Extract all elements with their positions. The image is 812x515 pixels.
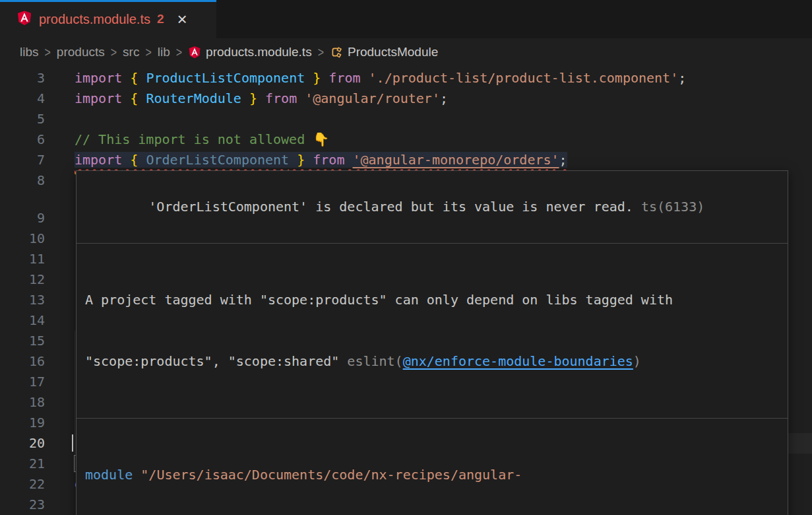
line-number[interactable]: 14 bbox=[0, 310, 45, 331]
line-content[interactable]: import { OrderListComponent } from '@ang… bbox=[75, 150, 812, 170]
code-line-3[interactable]: 3import { ProductListComponent } from '.… bbox=[0, 68, 812, 88]
vscode-window: products.module.ts 2 × libs>products>src… bbox=[0, 0, 812, 515]
angular-icon bbox=[188, 46, 201, 59]
code-token: ; bbox=[678, 70, 686, 86]
line-number[interactable]: 23 bbox=[0, 495, 45, 515]
code-token: 👇 bbox=[313, 131, 329, 147]
breadcrumb-item-lib[interactable]: lib bbox=[158, 45, 170, 59]
code-line-5[interactable]: 5 bbox=[0, 109, 812, 129]
code-token: ; bbox=[440, 90, 448, 106]
code-token: } bbox=[297, 152, 305, 168]
code-line-4[interactable]: 4import { RouterModule } from '@angular/… bbox=[0, 88, 812, 109]
code-token bbox=[138, 152, 146, 168]
code-token: import bbox=[75, 90, 122, 106]
hover-ts-diagnostic: 'OrderListComponent' is declared but its… bbox=[77, 171, 788, 243]
code-token: } bbox=[313, 70, 321, 86]
breadcrumb: libs>products>src>lib>products.module.ts… bbox=[0, 38, 812, 66]
error-squiggle-wrapper: import { OrderListComponent } from '@ang… bbox=[75, 152, 567, 168]
line-number[interactable]: 5 bbox=[0, 109, 45, 129]
code-token bbox=[241, 90, 249, 106]
code-token bbox=[321, 70, 328, 86]
eslint-rule-link[interactable]: @nx/enforce-module-boundaries bbox=[403, 353, 633, 369]
code-token bbox=[122, 70, 130, 86]
line-number[interactable]: 9 bbox=[0, 208, 45, 228]
warning-squiggle-wrapper: import { OrderListComponent } from '@ang… bbox=[75, 152, 567, 168]
module-keyword: module bbox=[85, 467, 133, 483]
eslint-message-line1: A project tagged with "scope:products" c… bbox=[85, 292, 673, 308]
line-number[interactable]: 19 bbox=[0, 413, 45, 433]
code-token: { bbox=[130, 152, 138, 168]
tab-products-module[interactable]: products.module.ts 2 × bbox=[0, 0, 216, 38]
line-number[interactable]: 3 bbox=[0, 68, 45, 88]
line-number[interactable]: 10 bbox=[0, 228, 45, 249]
tab-title: products.module.ts bbox=[39, 12, 150, 27]
code-token bbox=[138, 70, 146, 86]
code-token bbox=[122, 152, 130, 168]
line-number[interactable]: 12 bbox=[0, 269, 45, 290]
close-tab-icon[interactable]: × bbox=[177, 13, 187, 26]
line-number[interactable]: 20 bbox=[0, 433, 45, 454]
breadcrumb-label: libs bbox=[20, 45, 39, 59]
line-number[interactable]: 13 bbox=[0, 290, 45, 310]
hover-module-info: module "/Users/isaac/Documents/code/nx-r… bbox=[77, 419, 788, 515]
indent-guide bbox=[75, 331, 75, 351]
code-token bbox=[289, 152, 297, 168]
ts-error-source bbox=[633, 199, 641, 215]
line-number[interactable]: 4 bbox=[0, 88, 45, 109]
code-token: { bbox=[130, 70, 138, 86]
line-content[interactable]: import { RouterModule } from '@angular/r… bbox=[75, 88, 812, 109]
line-content[interactable]: // This import is not allowed 👇 bbox=[75, 129, 812, 150]
line-number[interactable]: 8 bbox=[0, 170, 45, 191]
code-token: { bbox=[130, 90, 138, 106]
code-token: OrderListComponent bbox=[146, 152, 289, 168]
line-number[interactable]: 6 bbox=[0, 129, 45, 150]
line-number[interactable]: 18 bbox=[0, 392, 45, 413]
line-content[interactable]: import { ProductListComponent } from './… bbox=[75, 68, 812, 88]
class-icon bbox=[330, 46, 343, 59]
code-line-6[interactable]: 6// This import is not allowed 👇 bbox=[0, 129, 812, 150]
breadcrumb-item-src[interactable]: src bbox=[123, 45, 139, 59]
code-token: from bbox=[328, 70, 360, 86]
breadcrumb-item-libs[interactable]: libs bbox=[20, 45, 39, 59]
code-token bbox=[344, 152, 352, 168]
code-token: // This import is not allowed bbox=[75, 131, 313, 147]
code-editor[interactable]: 3import { ProductListComponent } from '.… bbox=[0, 66, 812, 515]
code-token bbox=[138, 90, 146, 106]
angular-file-icon bbox=[16, 10, 32, 28]
breadcrumb-label: src bbox=[123, 45, 139, 59]
code-token: import bbox=[75, 70, 122, 86]
indent-guide bbox=[75, 392, 75, 413]
line-number[interactable]: 22 bbox=[0, 474, 45, 495]
breadcrumb-label: products.module.ts bbox=[206, 45, 312, 59]
breadcrumb-item-products-module-ts[interactable]: products.module.ts bbox=[188, 45, 312, 59]
breadcrumb-label: ProductsModule bbox=[348, 45, 438, 59]
code-token: ; bbox=[559, 152, 567, 168]
code-token: '@angular/router' bbox=[305, 90, 440, 106]
code-line-7[interactable]: 7import { OrderListComponent } from '@an… bbox=[0, 150, 812, 170]
module-path-line1: "/Users/isaac/Documents/code/nx-recipes/… bbox=[141, 467, 522, 483]
line-number[interactable]: 21 bbox=[0, 454, 45, 474]
eslint-message-line2: "scope:products", "scope:shared" bbox=[85, 353, 347, 369]
line-number[interactable]: 17 bbox=[0, 372, 45, 392]
breadcrumb-separator: > bbox=[176, 44, 182, 59]
code-token: '@angular-monorepo/orders' bbox=[353, 152, 559, 168]
breadcrumb-item-productsmodule[interactable]: ProductsModule bbox=[330, 45, 438, 59]
line-number[interactable]: 16 bbox=[0, 351, 45, 372]
code-token: './product-list/product-list.component' bbox=[369, 70, 679, 86]
tab-error-count-badge: 2 bbox=[157, 12, 164, 26]
breadcrumb-item-products[interactable]: products bbox=[57, 45, 105, 59]
code-token: from bbox=[313, 152, 344, 168]
code-token bbox=[257, 90, 265, 106]
line-number[interactable]: 15 bbox=[0, 331, 45, 351]
line-content[interactable] bbox=[75, 109, 812, 129]
line-number[interactable]: 7 bbox=[0, 150, 45, 170]
breadcrumb-separator: > bbox=[45, 44, 51, 59]
ts-error-message: 'OrderListComponent' is declared but its… bbox=[148, 199, 633, 215]
code-token bbox=[122, 90, 130, 106]
line-number[interactable]: 11 bbox=[0, 249, 45, 269]
hover-eslint-diagnostic: A project tagged with "scope:products" c… bbox=[77, 244, 788, 418]
code-token bbox=[361, 70, 369, 86]
error-hover-tooltip: 'OrderListComponent' is declared but its… bbox=[76, 170, 788, 515]
breadcrumb-separator: > bbox=[318, 44, 324, 59]
code-token: RouterModule bbox=[146, 90, 241, 106]
